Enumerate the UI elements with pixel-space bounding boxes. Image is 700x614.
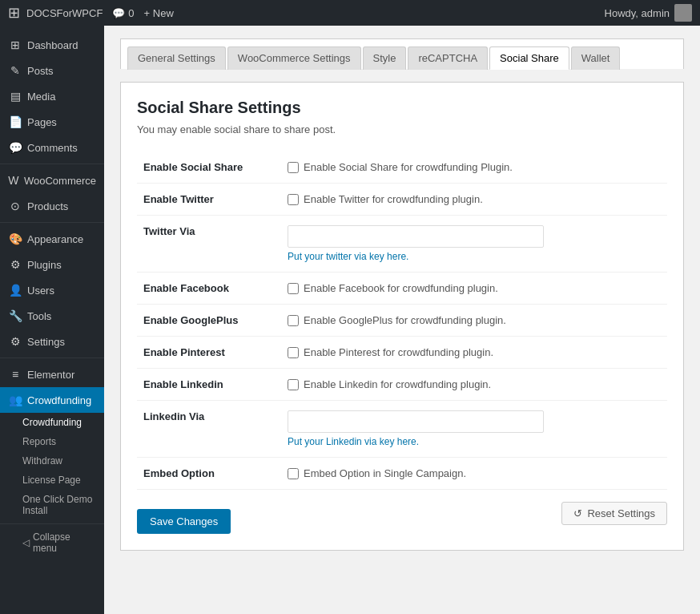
appearance-icon: 🎨	[8, 232, 22, 245]
sidebar-item-products[interactable]: ⊙ Products	[0, 193, 104, 219]
sidebar-item-crowdfunding[interactable]: 👥 Crowdfunding	[0, 387, 104, 413]
setting-label: Linkedin Via	[137, 401, 281, 458]
enable-pinterest-label[interactable]: Enable Pinterest for crowdfunding plugin…	[288, 346, 661, 358]
users-icon: 👤	[8, 284, 22, 297]
sidebar-item-label: Media	[27, 91, 55, 103]
enable-twitter-checkbox[interactable]	[288, 194, 299, 205]
comments-icon: 💬	[8, 141, 22, 154]
sidebar-item-woocommerce[interactable]: W WooCommerce	[0, 168, 104, 193]
pages-icon: 📄	[8, 115, 22, 128]
enable-facebook-checkbox[interactable]	[288, 283, 299, 294]
products-icon: ⊙	[8, 200, 22, 212]
sidebar-item-label: Dashboard	[27, 39, 78, 51]
save-button[interactable]: Save Changes	[137, 509, 231, 534]
submenu-label: Reports	[22, 436, 56, 447]
setting-label: Enable Pinterest	[137, 337, 281, 369]
table-row: Enable GooglePlus Enable GooglePlus for …	[137, 305, 667, 337]
sidebar-item-tools[interactable]: 🔧 Tools	[0, 303, 104, 329]
embed-option-label[interactable]: Embed Option in Single Campaign.	[288, 467, 661, 479]
enable-linkedin-label[interactable]: Enable Linkedin for crowdfunding plugin.	[288, 378, 661, 390]
collapse-icon: ◁	[22, 537, 30, 548]
sidebar-item-pages[interactable]: 📄 Pages	[0, 109, 104, 135]
sidebar-item-label: Appearance	[27, 233, 83, 245]
sidebar-item-comments[interactable]: 💬 Comments	[0, 135, 104, 160]
reset-button[interactable]: ↺ Reset Settings	[561, 502, 667, 525]
main-content: General Settings WooCommerce Settings St…	[104, 26, 700, 614]
submenu-item-crowdfunding[interactable]: Crowdfunding	[0, 413, 104, 432]
sidebar-item-label: Comments	[27, 142, 78, 154]
woocommerce-icon: W	[8, 174, 19, 187]
sidebar-item-appearance[interactable]: 🎨 Appearance	[0, 226, 104, 252]
enable-googleplus-label[interactable]: Enable GooglePlus for crowdfunding plugi…	[288, 314, 661, 326]
enable-googleplus-checkbox[interactable]	[288, 315, 299, 326]
setting-control: Put your twitter via key here.	[281, 216, 667, 273]
submenu-item-one-click[interactable]: One Click Demo Install	[0, 490, 104, 520]
enable-social-share-checkbox[interactable]	[288, 162, 299, 173]
sidebar-item-users[interactable]: 👤 Users	[0, 277, 104, 303]
tab-style[interactable]: Style	[363, 46, 407, 70]
sidebar-item-label: WooCommerce	[24, 175, 96, 187]
elementor-icon: ≡	[8, 368, 22, 381]
sidebar-item-media[interactable]: ▤ Media	[0, 83, 104, 109]
comments-link[interactable]: 💬 0	[112, 7, 134, 19]
twitter-via-hint: Put your twitter via key here.	[288, 251, 661, 262]
setting-control: Enable Social Share for crowdfunding Plu…	[281, 151, 667, 184]
sidebar-item-settings[interactable]: ⚙ Settings	[0, 329, 104, 354]
new-content-link[interactable]: + New	[144, 7, 174, 19]
submenu-label: Collapse menu	[33, 531, 96, 554]
linkedin-via-hint: Put your Linkedin via key here.	[288, 436, 661, 447]
bottom-actions: Save Changes ↺ Reset Settings	[137, 493, 667, 534]
plugins-icon: ⚙	[8, 258, 22, 271]
embed-option-checkbox[interactable]	[288, 468, 299, 479]
site-name[interactable]: DOCSForWPCF	[26, 7, 103, 19]
sidebar-item-elementor[interactable]: ≡ Elementor	[0, 362, 104, 387]
submenu-item-reports[interactable]: Reports	[0, 432, 104, 451]
tab-recaptcha[interactable]: reCAPTCHA	[408, 46, 488, 70]
howdy-text: Howdy, admin	[605, 7, 670, 19]
enable-social-share-label[interactable]: Enable Social Share for crowdfunding Plu…	[288, 161, 661, 173]
enable-pinterest-checkbox[interactable]	[288, 347, 299, 358]
table-row: Enable Social Share Enable Social Share …	[137, 151, 667, 184]
twitter-via-input[interactable]	[288, 225, 544, 248]
setting-control: Enable Twitter for crowdfunding plugin.	[281, 184, 667, 216]
tab-wallet[interactable]: Wallet	[571, 46, 621, 70]
posts-icon: ✎	[8, 64, 22, 77]
sidebar-item-label: Settings	[27, 336, 65, 348]
tab-social-share[interactable]: Social Share	[489, 46, 569, 70]
tools-icon: 🔧	[8, 309, 22, 322]
setting-label: Enable Social Share	[137, 151, 281, 184]
sidebar-item-posts[interactable]: ✎ Posts	[0, 58, 104, 83]
table-row: Enable Pinterest Enable Pinterest for cr…	[137, 337, 667, 369]
tab-bar: General Settings WooCommerce Settings St…	[120, 38, 684, 69]
sidebar-item-dashboard[interactable]: ⊞ Dashboard	[0, 32, 104, 58]
admin-avatar[interactable]	[674, 4, 692, 22]
settings-icon: ⚙	[8, 335, 22, 348]
enable-twitter-label[interactable]: Enable Twitter for crowdfunding plugin.	[288, 193, 661, 205]
tab-woocommerce-settings[interactable]: WooCommerce Settings	[227, 46, 361, 70]
setting-label: Enable Linkedin	[137, 369, 281, 401]
enable-linkedin-checkbox[interactable]	[288, 379, 299, 390]
linkedin-via-input[interactable]	[288, 410, 544, 433]
setting-label: Twitter Via	[137, 216, 281, 273]
page-subtitle: You may enable social share to share pos…	[137, 123, 667, 135]
setting-label: Enable Facebook	[137, 273, 281, 305]
sidebar-item-label: Users	[27, 285, 54, 297]
submenu-item-license[interactable]: License Page	[0, 471, 104, 490]
sidebar: ⊞ Dashboard ✎ Posts ▤ Media 📄 Pages 💬 Co…	[0, 26, 104, 614]
sidebar-item-plugins[interactable]: ⚙ Plugins	[0, 252, 104, 277]
submenu-item-withdraw[interactable]: Withdraw	[0, 451, 104, 471]
sidebar-item-label: Products	[27, 200, 68, 212]
setting-label: Embed Option	[137, 458, 281, 490]
sidebar-item-label: Elementor	[27, 369, 74, 381]
enable-facebook-label[interactable]: Enable Facebook for crowdfunding plugin.	[288, 282, 661, 294]
tab-general-settings[interactable]: General Settings	[127, 46, 226, 70]
sidebar-item-label: Crowdfunding	[27, 394, 91, 406]
setting-label: Enable Twitter	[137, 184, 281, 216]
setting-control: Embed Option in Single Campaign.	[281, 458, 667, 490]
table-row: Enable Facebook Enable Facebook for crow…	[137, 273, 667, 305]
new-label: + New	[144, 7, 174, 19]
submenu-item-collapse[interactable]: ◁ Collapse menu	[0, 527, 104, 558]
submenu-label: Crowdfunding	[22, 417, 82, 428]
reset-icon: ↺	[573, 507, 582, 519]
table-row: Enable Linkedin Enable Linkedin for crow…	[137, 369, 667, 401]
